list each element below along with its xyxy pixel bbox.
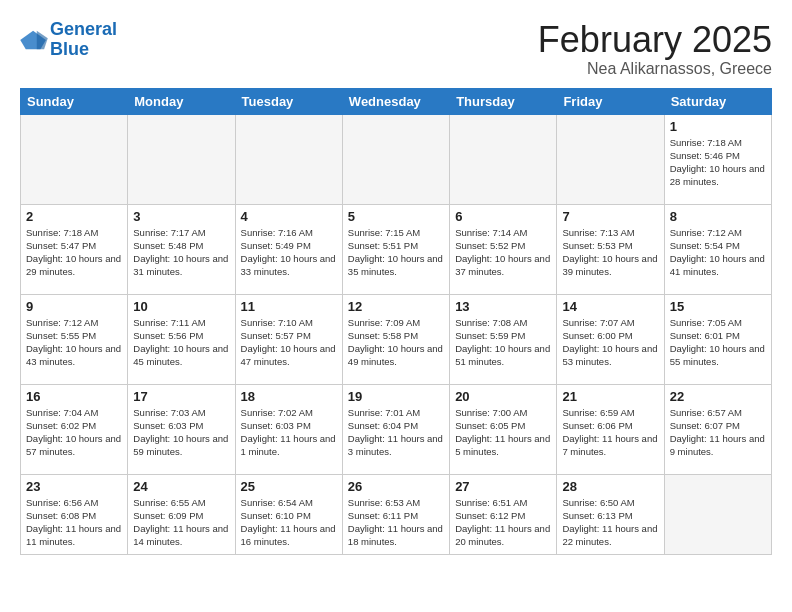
day-number: 23 [26, 479, 122, 494]
calendar-cell: 17Sunrise: 7:03 AM Sunset: 6:03 PM Dayli… [128, 384, 235, 474]
day-number: 2 [26, 209, 122, 224]
logo-text: General Blue [50, 20, 117, 60]
day-number: 10 [133, 299, 229, 314]
day-info: Sunrise: 6:56 AM Sunset: 6:08 PM Dayligh… [26, 496, 122, 549]
day-number: 12 [348, 299, 444, 314]
day-info: Sunrise: 6:57 AM Sunset: 6:07 PM Dayligh… [670, 406, 766, 459]
weekday-header-thursday: Thursday [450, 88, 557, 114]
day-number: 25 [241, 479, 337, 494]
day-number: 7 [562, 209, 658, 224]
day-info: Sunrise: 6:51 AM Sunset: 6:12 PM Dayligh… [455, 496, 551, 549]
day-info: Sunrise: 6:54 AM Sunset: 6:10 PM Dayligh… [241, 496, 337, 549]
weekday-header-monday: Monday [128, 88, 235, 114]
logo-line2: Blue [50, 39, 89, 59]
calendar-cell: 15Sunrise: 7:05 AM Sunset: 6:01 PM Dayli… [664, 294, 771, 384]
calendar-subtitle: Nea Alikarnassos, Greece [538, 60, 772, 78]
day-number: 27 [455, 479, 551, 494]
day-number: 9 [26, 299, 122, 314]
day-info: Sunrise: 7:02 AM Sunset: 6:03 PM Dayligh… [241, 406, 337, 459]
day-info: Sunrise: 7:07 AM Sunset: 6:00 PM Dayligh… [562, 316, 658, 369]
day-info: Sunrise: 7:03 AM Sunset: 6:03 PM Dayligh… [133, 406, 229, 459]
day-info: Sunrise: 7:18 AM Sunset: 5:46 PM Dayligh… [670, 136, 766, 189]
calendar-title: February 2025 [538, 20, 772, 60]
day-info: Sunrise: 6:50 AM Sunset: 6:13 PM Dayligh… [562, 496, 658, 549]
calendar-cell: 27Sunrise: 6:51 AM Sunset: 6:12 PM Dayli… [450, 474, 557, 554]
calendar-cell: 20Sunrise: 7:00 AM Sunset: 6:05 PM Dayli… [450, 384, 557, 474]
day-number: 5 [348, 209, 444, 224]
day-number: 1 [670, 119, 766, 134]
day-number: 4 [241, 209, 337, 224]
day-info: Sunrise: 7:18 AM Sunset: 5:47 PM Dayligh… [26, 226, 122, 279]
calendar-cell: 23Sunrise: 6:56 AM Sunset: 6:08 PM Dayli… [21, 474, 128, 554]
day-info: Sunrise: 7:12 AM Sunset: 5:54 PM Dayligh… [670, 226, 766, 279]
week-row-4: 16Sunrise: 7:04 AM Sunset: 6:02 PM Dayli… [21, 384, 772, 474]
day-number: 16 [26, 389, 122, 404]
weekday-header-sunday: Sunday [21, 88, 128, 114]
calendar-cell [342, 114, 449, 204]
calendar-cell: 10Sunrise: 7:11 AM Sunset: 5:56 PM Dayli… [128, 294, 235, 384]
day-info: Sunrise: 7:13 AM Sunset: 5:53 PM Dayligh… [562, 226, 658, 279]
day-number: 28 [562, 479, 658, 494]
day-info: Sunrise: 7:08 AM Sunset: 5:59 PM Dayligh… [455, 316, 551, 369]
day-number: 18 [241, 389, 337, 404]
calendar-cell: 11Sunrise: 7:10 AM Sunset: 5:57 PM Dayli… [235, 294, 342, 384]
calendar-cell: 2Sunrise: 7:18 AM Sunset: 5:47 PM Daylig… [21, 204, 128, 294]
day-number: 26 [348, 479, 444, 494]
logo-icon [20, 29, 48, 51]
calendar-cell: 7Sunrise: 7:13 AM Sunset: 5:53 PM Daylig… [557, 204, 664, 294]
day-info: Sunrise: 7:05 AM Sunset: 6:01 PM Dayligh… [670, 316, 766, 369]
calendar-cell: 3Sunrise: 7:17 AM Sunset: 5:48 PM Daylig… [128, 204, 235, 294]
day-info: Sunrise: 7:11 AM Sunset: 5:56 PM Dayligh… [133, 316, 229, 369]
calendar-cell: 1Sunrise: 7:18 AM Sunset: 5:46 PM Daylig… [664, 114, 771, 204]
day-info: Sunrise: 7:17 AM Sunset: 5:48 PM Dayligh… [133, 226, 229, 279]
day-number: 17 [133, 389, 229, 404]
page-header: General Blue February 2025 Nea Alikarnas… [20, 20, 772, 78]
title-block: February 2025 Nea Alikarnassos, Greece [538, 20, 772, 78]
day-number: 13 [455, 299, 551, 314]
calendar-cell: 19Sunrise: 7:01 AM Sunset: 6:04 PM Dayli… [342, 384, 449, 474]
day-number: 6 [455, 209, 551, 224]
calendar-cell [557, 114, 664, 204]
calendar-cell [21, 114, 128, 204]
calendar-cell: 21Sunrise: 6:59 AM Sunset: 6:06 PM Dayli… [557, 384, 664, 474]
calendar-cell: 26Sunrise: 6:53 AM Sunset: 6:11 PM Dayli… [342, 474, 449, 554]
weekday-header-wednesday: Wednesday [342, 88, 449, 114]
calendar-cell: 6Sunrise: 7:14 AM Sunset: 5:52 PM Daylig… [450, 204, 557, 294]
calendar-cell: 22Sunrise: 6:57 AM Sunset: 6:07 PM Dayli… [664, 384, 771, 474]
day-number: 19 [348, 389, 444, 404]
weekday-header-saturday: Saturday [664, 88, 771, 114]
calendar-cell: 14Sunrise: 7:07 AM Sunset: 6:00 PM Dayli… [557, 294, 664, 384]
calendar-cell: 5Sunrise: 7:15 AM Sunset: 5:51 PM Daylig… [342, 204, 449, 294]
logo: General Blue [20, 20, 117, 60]
day-number: 24 [133, 479, 229, 494]
week-row-2: 2Sunrise: 7:18 AM Sunset: 5:47 PM Daylig… [21, 204, 772, 294]
calendar-cell: 28Sunrise: 6:50 AM Sunset: 6:13 PM Dayli… [557, 474, 664, 554]
calendar-cell [450, 114, 557, 204]
calendar-cell: 18Sunrise: 7:02 AM Sunset: 6:03 PM Dayli… [235, 384, 342, 474]
day-info: Sunrise: 7:01 AM Sunset: 6:04 PM Dayligh… [348, 406, 444, 459]
calendar-cell: 12Sunrise: 7:09 AM Sunset: 5:58 PM Dayli… [342, 294, 449, 384]
day-number: 14 [562, 299, 658, 314]
calendar-table: SundayMondayTuesdayWednesdayThursdayFrid… [20, 88, 772, 555]
day-info: Sunrise: 7:15 AM Sunset: 5:51 PM Dayligh… [348, 226, 444, 279]
day-info: Sunrise: 7:14 AM Sunset: 5:52 PM Dayligh… [455, 226, 551, 279]
day-info: Sunrise: 6:53 AM Sunset: 6:11 PM Dayligh… [348, 496, 444, 549]
calendar-cell: 16Sunrise: 7:04 AM Sunset: 6:02 PM Dayli… [21, 384, 128, 474]
calendar-cell: 24Sunrise: 6:55 AM Sunset: 6:09 PM Dayli… [128, 474, 235, 554]
day-info: Sunrise: 7:12 AM Sunset: 5:55 PM Dayligh… [26, 316, 122, 369]
day-info: Sunrise: 6:59 AM Sunset: 6:06 PM Dayligh… [562, 406, 658, 459]
day-number: 15 [670, 299, 766, 314]
calendar-cell: 4Sunrise: 7:16 AM Sunset: 5:49 PM Daylig… [235, 204, 342, 294]
day-number: 22 [670, 389, 766, 404]
day-number: 21 [562, 389, 658, 404]
day-info: Sunrise: 6:55 AM Sunset: 6:09 PM Dayligh… [133, 496, 229, 549]
logo-line1: General [50, 19, 117, 39]
day-number: 8 [670, 209, 766, 224]
week-row-3: 9Sunrise: 7:12 AM Sunset: 5:55 PM Daylig… [21, 294, 772, 384]
calendar-cell: 9Sunrise: 7:12 AM Sunset: 5:55 PM Daylig… [21, 294, 128, 384]
weekday-header-tuesday: Tuesday [235, 88, 342, 114]
calendar-cell [128, 114, 235, 204]
weekday-header-friday: Friday [557, 88, 664, 114]
week-row-1: 1Sunrise: 7:18 AM Sunset: 5:46 PM Daylig… [21, 114, 772, 204]
day-info: Sunrise: 7:16 AM Sunset: 5:49 PM Dayligh… [241, 226, 337, 279]
